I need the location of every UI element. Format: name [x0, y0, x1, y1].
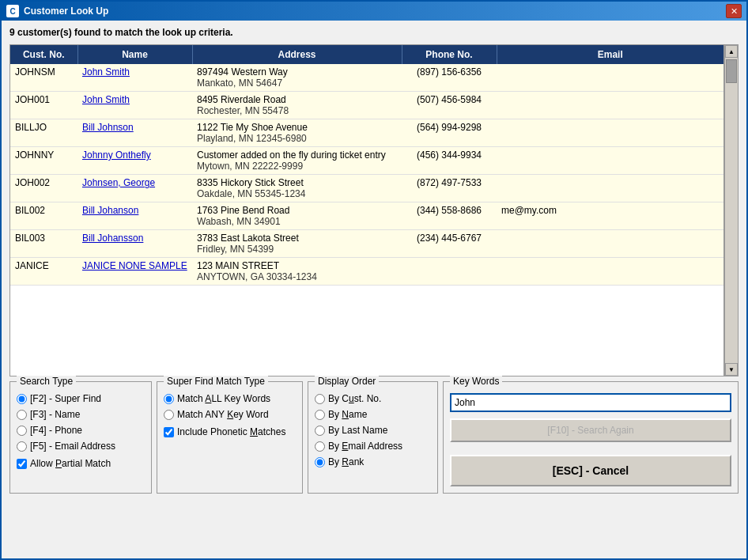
search-f4-radio[interactable] — [17, 426, 27, 436]
order-name-option[interactable]: By Name — [315, 409, 431, 420]
scroll-up-arrow[interactable]: ▲ — [725, 45, 738, 58]
address-line2: Playland, MN 12345-6980 — [197, 133, 397, 144]
match-type-options: Match ALL Key Words Match ANY Key Word — [164, 393, 296, 420]
table-scrollbar[interactable]: ▲ ▼ — [724, 44, 739, 376]
scroll-down-arrow[interactable]: ▼ — [725, 363, 738, 376]
cancel-button[interactable]: [ESC] - Cancel — [450, 455, 731, 486]
close-button[interactable]: ✕ — [726, 4, 742, 18]
customer-name-link[interactable]: JANICE NONE SAMPLE — [82, 260, 187, 271]
table-header-row: Cust. No. Name Address Phone No. Email — [10, 45, 723, 64]
order-last-option[interactable]: By Last Name — [315, 425, 431, 436]
cell-address: Customer added on the fly during ticket … — [192, 147, 402, 175]
allow-partial-match-checkbox[interactable] — [17, 459, 27, 469]
order-name-radio[interactable] — [315, 410, 325, 420]
scroll-thumb[interactable] — [726, 59, 737, 83]
display-order-options: By Cust. No. By Name By Last Name By Ema… — [315, 393, 431, 467]
cell-address: 123 MAIN STREETANYTOWN, GA 30334-1234 — [192, 258, 402, 286]
customer-name-link[interactable]: Bill Johansson — [82, 233, 143, 244]
cell-address: 8495 Riverdale RoadRochester, MN 55478 — [192, 92, 402, 119]
customer-name-link[interactable]: Johnny Onthefly — [82, 149, 151, 161]
address-line1: Customer added on the fly during ticket … — [197, 149, 397, 161]
cell-name: John Smith — [77, 64, 192, 92]
address-line1: 1763 Pine Bend Road — [197, 205, 397, 216]
cell-name: Johnny Onthefly — [77, 147, 192, 175]
match-type-title: Super Find Match Type — [164, 376, 268, 387]
order-cust-option[interactable]: By Cust. No. — [315, 393, 431, 404]
match-any-option[interactable]: Match ANY Key Word — [164, 409, 296, 420]
cell-cust-no: BILLJO — [10, 119, 77, 147]
search-f3-label: [F3] - Name — [30, 409, 80, 420]
match-all-option[interactable]: Match ALL Key Words — [164, 393, 296, 404]
match-any-radio[interactable] — [164, 410, 174, 420]
table-row: JOH002Johnsen, George8335 Hickory Stick … — [10, 175, 723, 202]
cell-address: 3783 East Lakota StreetFridley, MN 54399 — [192, 230, 402, 258]
cell-phone: (897) 156-6356 — [402, 64, 497, 92]
phonetic-matches-label: Include Phonetic Matches — [177, 426, 285, 437]
order-last-label: By Last Name — [328, 425, 387, 436]
phonetic-matches-checkbox[interactable] — [164, 427, 174, 437]
customer-name-link[interactable]: Bill Johnson — [82, 122, 134, 133]
keyword-input[interactable] — [450, 393, 731, 412]
search-f5-label: [F5] - Email Address — [30, 441, 115, 452]
order-email-radio[interactable] — [315, 441, 325, 452]
address-line1: 3783 East Lakota Street — [197, 233, 397, 244]
app-icon: C — [6, 5, 19, 17]
display-order-panel: Display Order By Cust. No. By Name By La… — [308, 381, 438, 494]
search-again-button[interactable]: [F10] - Search Again — [450, 418, 731, 442]
customer-name-link[interactable]: Bill Johanson — [82, 205, 138, 216]
address-line2: Rochester, MN 55478 — [197, 105, 397, 116]
search-f2-radio[interactable] — [17, 394, 27, 404]
window-content: 9 customer(s) found to match the look up… — [2, 21, 746, 558]
cell-email — [497, 175, 723, 202]
address-line1: 897494 Western Way — [197, 66, 397, 78]
match-any-label: Match ANY Key Word — [177, 409, 269, 420]
address-line1: 8335 Hickory Stick Street — [197, 177, 397, 188]
table-row: BIL003Bill Johansson3783 East Lakota Str… — [10, 230, 723, 258]
address-line2: ANYTOWN, GA 30334-1234 — [197, 271, 397, 282]
order-rank-option[interactable]: By Rank — [315, 456, 431, 467]
keywords-title: Key Words — [450, 376, 502, 387]
customer-name-link[interactable]: John Smith — [82, 94, 130, 105]
col-header-phone: Phone No. — [402, 45, 497, 64]
cell-email — [497, 119, 723, 147]
cell-name: Bill Johansson — [77, 230, 192, 258]
search-f2-label: [F2] - Super Find — [30, 393, 101, 404]
status-text: 9 customer(s) found to match the look up… — [9, 27, 739, 38]
order-last-radio[interactable] — [315, 426, 325, 436]
order-cust-label: By Cust. No. — [328, 393, 381, 404]
match-all-radio[interactable] — [164, 394, 174, 404]
address-line1: 8495 Riverdale Road — [197, 94, 397, 105]
allow-partial-match-label: Allow Partial Match — [30, 458, 111, 469]
search-type-panel: Search Type [F2] - Super Find [F3] - Nam… — [9, 381, 152, 494]
search-f4-option[interactable]: [F4] - Phone — [17, 425, 145, 436]
cell-cust-no: JOH001 — [10, 92, 77, 119]
address-line1: 123 MAIN STREET — [197, 260, 397, 271]
order-rank-radio[interactable] — [315, 457, 325, 467]
search-f3-radio[interactable] — [17, 410, 27, 420]
cell-cust-no: BIL002 — [10, 202, 77, 230]
col-header-email: Email — [497, 45, 723, 64]
bottom-panels: Search Type [F2] - Super Find [F3] - Nam… — [9, 381, 739, 494]
search-f5-option[interactable]: [F5] - Email Address — [17, 441, 145, 452]
table-scroll-area: Cust. No. Name Address Phone No. Email J… — [9, 44, 739, 376]
customer-name-link[interactable]: Johnsen, George — [82, 177, 155, 188]
cell-address: 8335 Hickory Stick StreetOakdale, MN 553… — [192, 175, 402, 202]
cell-phone — [402, 258, 497, 286]
search-f5-radio[interactable] — [17, 441, 27, 452]
customer-table: Cust. No. Name Address Phone No. Email J… — [10, 45, 723, 286]
order-email-option[interactable]: By Email Address — [315, 441, 431, 452]
cell-cust-no: BIL003 — [10, 230, 77, 258]
address-line2: Wabash, MN 34901 — [197, 216, 397, 227]
order-cust-radio[interactable] — [315, 394, 325, 404]
order-rank-label: By Rank — [328, 456, 364, 467]
cell-cust-no: JOHNNY — [10, 147, 77, 175]
allow-partial-match-option[interactable]: Allow Partial Match — [17, 458, 145, 469]
table-row: JOH001John Smith8495 Riverdale RoadRoche… — [10, 92, 723, 119]
search-f2-option[interactable]: [F2] - Super Find — [17, 393, 145, 404]
customer-name-link[interactable]: John Smith — [82, 66, 130, 78]
cell-phone: (872) 497-7533 — [402, 175, 497, 202]
search-f3-option[interactable]: [F3] - Name — [17, 409, 145, 420]
address-line2: Fridley, MN 54399 — [197, 244, 397, 255]
cell-name: Bill Johanson — [77, 202, 192, 230]
phonetic-matches-option[interactable]: Include Phonetic Matches — [164, 426, 296, 437]
